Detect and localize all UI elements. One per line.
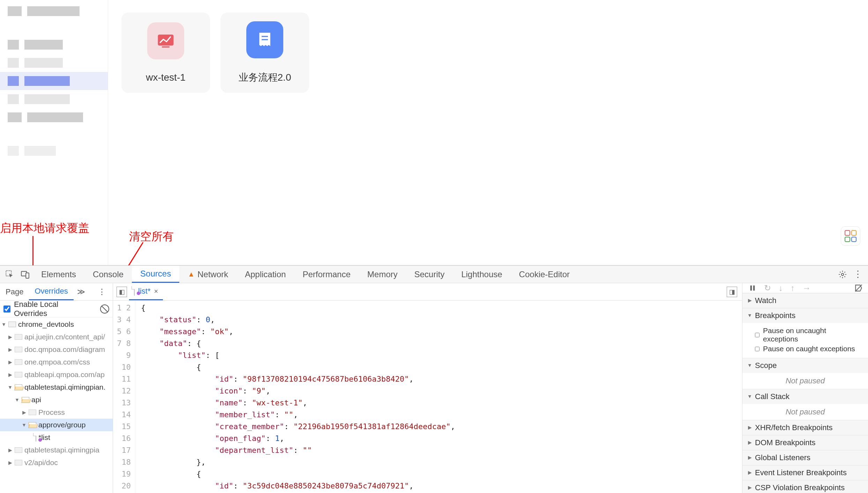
tree-label: Process — [38, 408, 65, 417]
svg-rect-0 — [158, 35, 174, 46]
sidebar-row[interactable] — [0, 54, 108, 72]
tile-wx-test-1[interactable]: wx-test-1 — [121, 13, 210, 93]
sidebar-row-selected[interactable] — [0, 72, 108, 90]
checkbox-label: Pause on uncaught exceptions — [763, 326, 863, 343]
section-event[interactable]: ▶Event Listener Breakpoints — [742, 465, 868, 480]
navigator-panel: Page Overrides ≫ ⋮ Enable Local Override… — [0, 283, 113, 493]
section-watch[interactable]: ▶Watch — [742, 293, 868, 308]
tree-item-process[interactable]: ▶Process — [0, 406, 113, 419]
annotation-enable-override: 启用本地请求覆盖 — [0, 221, 89, 236]
clear-all-icon[interactable] — [100, 304, 109, 314]
section-callstack[interactable]: ▼Call Stack — [742, 389, 868, 404]
section-label: Watch — [755, 296, 777, 305]
pause-icon[interactable] — [749, 284, 756, 292]
subtab-overrides[interactable]: Overrides — [29, 283, 73, 300]
section-csp[interactable]: ▶CSP Violation Breakpoints — [742, 480, 868, 493]
sidebar-row[interactable] — [0, 108, 108, 126]
svg-rect-3 — [262, 39, 268, 40]
sidebar-row[interactable] — [0, 20, 108, 36]
app-upper-area: wx-test-1 业务流程2.0 启用本地请求覆盖 清空所有 — [0, 0, 868, 265]
editor-tab-list[interactable]: list* × — [129, 283, 163, 300]
deactivate-breakpoints-icon[interactable] — [854, 284, 863, 293]
tree-file-list[interactable]: *list — [0, 431, 113, 444]
tab-memory[interactable]: Memory — [359, 266, 406, 283]
editor-tabbar: ◧ list* × ◨ — [113, 283, 742, 301]
pause-caught-checkbox[interactable] — [755, 347, 760, 351]
step-icon[interactable]: → — [802, 283, 811, 293]
close-tab-icon[interactable]: × — [154, 287, 158, 295]
tree-label: api — [31, 396, 41, 404]
more-subtabs-icon[interactable]: ≫ — [74, 287, 89, 296]
enable-overrides-checkbox[interactable] — [3, 306, 10, 312]
tile-label: 业务流程2.0 — [239, 71, 291, 84]
sidebar-row[interactable] — [0, 142, 108, 160]
debugger-panel: ↻ ↓ ↑ → ▶Watch ▼Breakpoints Pause on unc… — [742, 283, 868, 493]
tree-item[interactable]: ▶v2/api/doc — [0, 456, 113, 469]
tree-label: v2/api/doc — [24, 458, 58, 467]
tree-item-approve[interactable]: ▼approve/group — [0, 419, 113, 431]
tree-item-api[interactable]: ▼api — [0, 393, 113, 406]
sidebar-row[interactable] — [0, 90, 108, 108]
sidebar-row[interactable] — [0, 2, 108, 20]
tree-item[interactable]: ▼qtabletestapi.qimingpian. — [0, 381, 113, 393]
apps-widget[interactable] — [841, 226, 860, 246]
tree-item[interactable]: ▶doc.qmpoa.com/diagram — [0, 343, 113, 356]
tile-business-flow[interactable]: 业务流程2.0 — [220, 13, 309, 93]
gear-icon[interactable] — [838, 270, 847, 279]
step-over-icon[interactable]: ↻ — [764, 283, 771, 293]
svg-rect-1 — [162, 46, 170, 47]
device-toolbar-icon[interactable] — [17, 266, 33, 283]
section-breakpoints[interactable]: ▼Breakpoints — [742, 308, 868, 323]
tree-item[interactable]: ▶one.qmpoa.com/css — [0, 356, 113, 368]
tree-label: one.qmpoa.com/css — [24, 358, 90, 366]
section-dom[interactable]: ▶DOM Breakpoints — [742, 435, 868, 450]
pause-uncaught-checkbox[interactable] — [755, 333, 760, 337]
code-content[interactable]: { "status": 0, "message": "ok", "data": … — [135, 301, 455, 493]
svg-point-9 — [841, 273, 844, 275]
step-out-icon[interactable]: ↑ — [791, 283, 795, 293]
section-global[interactable]: ▶Global Listeners — [742, 450, 868, 465]
tab-application[interactable]: Application — [237, 266, 294, 283]
kebab-icon[interactable]: ⋮ — [91, 287, 113, 296]
tree-root[interactable]: ▼chrome_devtools — [0, 318, 113, 331]
step-into-icon[interactable]: ↓ — [779, 283, 783, 293]
pause-caught-row[interactable]: Pause on caught exceptions — [755, 345, 863, 353]
section-xhr[interactable]: ▶XHR/fetch Breakpoints — [742, 420, 868, 435]
warning-icon: ▲ — [188, 270, 195, 278]
tab-sources[interactable]: Sources — [132, 266, 179, 283]
section-scope[interactable]: ▼Scope — [742, 358, 868, 373]
kebab-icon[interactable]: ⋮ — [853, 269, 862, 280]
tab-cookie-editor[interactable]: Cookie-Editor — [511, 266, 578, 283]
editor-tab-filename: list* — [138, 287, 150, 296]
tree-item[interactable]: ▶qtabletestapi.qimingpia — [0, 444, 113, 456]
tab-performance[interactable]: Performance — [294, 266, 359, 283]
sidebar-row[interactable] — [0, 126, 108, 142]
code-editor[interactable]: 1 2 3 4 5 6 7 8 9 10 11 12 13 14 15 16 1… — [113, 301, 742, 493]
sidebar-row[interactable] — [0, 36, 108, 54]
subtab-page[interactable]: Page — [0, 283, 29, 300]
tree-label: doc.qmpoa.com/diagram — [24, 345, 105, 354]
tree-label: qtableapi.qmpoa.com/ap — [24, 370, 105, 379]
tree-item[interactable]: ▶qtableapi.qmpoa.com/ap — [0, 368, 113, 381]
toggle-debugger-icon[interactable]: ◨ — [727, 287, 737, 297]
tab-network[interactable]: ▲Network — [179, 266, 237, 283]
chart-icon — [147, 22, 184, 59]
inspect-element-icon[interactable] — [2, 266, 17, 283]
toggle-navigator-icon[interactable]: ◧ — [117, 287, 127, 297]
tree-label: approve/group — [38, 421, 85, 429]
tab-console[interactable]: Console — [84, 266, 132, 283]
tab-elements[interactable]: Elements — [33, 266, 84, 283]
tile-label: wx-test-1 — [146, 72, 186, 83]
scope-not-paused: Not paused — [742, 373, 868, 389]
svg-line-12 — [855, 285, 862, 292]
tab-security[interactable]: Security — [406, 266, 453, 283]
tree-label: chrome_devtools — [18, 320, 74, 329]
tree-item[interactable]: ▶api.juejin.cn/content_api/ — [0, 331, 113, 343]
debugger-toolbar: ↻ ↓ ↑ → — [742, 283, 868, 293]
pause-uncaught-row[interactable]: Pause on uncaught exceptions — [755, 326, 863, 343]
section-label: DOM Breakpoints — [755, 438, 816, 447]
svg-rect-11 — [753, 286, 755, 291]
section-label: XHR/fetch Breakpoints — [755, 423, 833, 432]
tab-lighthouse[interactable]: Lighthouse — [453, 266, 510, 283]
callstack-not-paused: Not paused — [742, 404, 868, 420]
